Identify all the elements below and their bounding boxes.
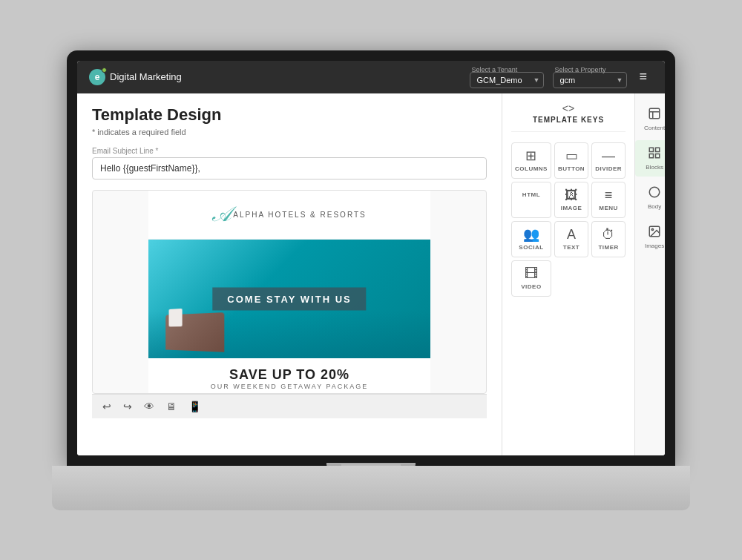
block-label-timer: TIMER bbox=[598, 244, 618, 251]
block-label-text: TEXT bbox=[563, 244, 580, 251]
come-stay-banner: COME STAY WITH US bbox=[212, 287, 366, 310]
side-icon-sym-blocks bbox=[648, 146, 661, 162]
pool-image: COME STAY WITH US bbox=[148, 240, 430, 358]
tenant-label: Select a Tenant bbox=[471, 66, 517, 73]
block-icon-text: A bbox=[567, 228, 576, 241]
save-subtext: OUR WEEKEND GETAWAY PACKAGE bbox=[154, 383, 424, 390]
tenant-select-wrapper[interactable]: Select a Tenant GCM_Demo ▼ bbox=[470, 72, 544, 88]
header-selects: Select a Tenant GCM_Demo ▼ Select a Prop… bbox=[470, 66, 627, 88]
right-panel: <> TEMPLATE KEYS ⊞COLUMNS▭BUTTON—DIVIDER… bbox=[502, 93, 665, 455]
block-label-social: SOCIAL bbox=[519, 244, 543, 251]
block-item-menu[interactable]: ≡MENU bbox=[591, 182, 626, 218]
email-subject-input[interactable] bbox=[92, 157, 487, 179]
svg-rect-3 bbox=[649, 148, 653, 151]
hotel-logo-text: 𝒜 ALPHA HOTELS & RESORTS bbox=[160, 202, 418, 227]
app-name: Digital Marketing bbox=[110, 71, 182, 82]
block-icon-video: 🎞 bbox=[525, 267, 538, 280]
block-icon-divider: — bbox=[602, 149, 615, 162]
block-item-divider[interactable]: —DIVIDER bbox=[591, 142, 626, 179]
side-icon-sym-content bbox=[648, 107, 661, 123]
desktop-view-button[interactable]: 🖥 bbox=[163, 399, 180, 414]
block-icon-timer: ⏱ bbox=[602, 228, 615, 241]
required-note: * indicates a required field bbox=[92, 128, 487, 136]
laptop-screen: e Digital Marketing Select a Tenant GCM_… bbox=[77, 61, 665, 455]
side-icon-label-body: Body bbox=[648, 203, 661, 210]
side-icon-blocks[interactable]: Blocks bbox=[635, 140, 665, 177]
section-header: <> TEMPLATE KEYS bbox=[511, 102, 626, 132]
block-item-text[interactable]: ATEXT bbox=[554, 221, 588, 257]
block-item-video[interactable]: 🎞VIDEO bbox=[511, 260, 551, 297]
block-label-button: BUTTON bbox=[558, 165, 585, 172]
side-icon-sym-body bbox=[648, 185, 661, 202]
blocks-grid: ⊞COLUMNS▭BUTTON—DIVIDERHTML🖼IMAGE≡MENU👥S… bbox=[511, 142, 626, 297]
svg-rect-0 bbox=[649, 108, 660, 119]
svg-rect-4 bbox=[656, 148, 660, 151]
template-keys-section: <> TEMPLATE KEYS ⊞COLUMNS▭BUTTON—DIVIDER… bbox=[502, 93, 634, 455]
app-logo: e Digital Marketing bbox=[89, 69, 182, 85]
mobile-view-button[interactable]: 📱 bbox=[186, 399, 204, 414]
block-item-html[interactable]: HTML bbox=[511, 182, 551, 218]
app-header: e Digital Marketing Select a Tenant GCM_… bbox=[77, 61, 665, 93]
block-label-image: IMAGE bbox=[561, 205, 582, 211]
side-icon-content[interactable]: Content bbox=[635, 101, 665, 137]
save-text-area: SAVE UP TO 20% OUR WEEKEND GETAWAY PACKA… bbox=[148, 358, 430, 393]
property-select-group: Select a Property gcm ▼ bbox=[553, 66, 627, 88]
side-icon-images[interactable]: Images bbox=[635, 219, 665, 255]
laptop-wrapper: e Digital Marketing Select a Tenant GCM_… bbox=[52, 50, 690, 510]
email-subject-field: Email Subject Line * bbox=[92, 147, 487, 179]
pool-chair-decoration bbox=[165, 312, 224, 352]
side-icon-label-images: Images bbox=[645, 243, 664, 249]
hotel-logo-area: 𝒜 ALPHA HOTELS & RESORTS bbox=[148, 191, 430, 240]
redo-button[interactable]: ↪ bbox=[120, 399, 135, 414]
hotel-name: ALPHA HOTELS & RESORTS bbox=[233, 211, 366, 219]
block-label-html: HTML bbox=[522, 191, 540, 198]
preview-toolbar: ↩ ↪ 👁 🖥 📱 bbox=[92, 394, 487, 418]
email-subject-label: Email Subject Line * bbox=[92, 147, 487, 155]
logo-dot bbox=[102, 67, 107, 73]
block-icon-image: 🖼 bbox=[565, 188, 578, 202]
block-label-menu: MENU bbox=[599, 205, 618, 211]
side-icon-label-blocks: Blocks bbox=[646, 164, 663, 171]
block-item-button[interactable]: ▭BUTTON bbox=[554, 142, 588, 179]
block-icon-social: 👥 bbox=[523, 228, 539, 241]
block-label-video: VIDEO bbox=[521, 283, 541, 290]
side-icon-label-content: Content bbox=[644, 125, 665, 131]
block-label-columns: COLUMNS bbox=[515, 165, 548, 172]
block-item-image[interactable]: 🖼IMAGE bbox=[554, 182, 588, 218]
svg-point-7 bbox=[649, 187, 660, 197]
block-icon-columns: ⊞ bbox=[525, 149, 536, 162]
svg-rect-5 bbox=[649, 154, 653, 157]
undo-button[interactable]: ↩ bbox=[99, 399, 114, 414]
app-content: Template Design * indicates a required f… bbox=[77, 93, 665, 455]
laptop-bezel: e Digital Marketing Select a Tenant GCM_… bbox=[67, 50, 675, 466]
block-item-social[interactable]: 👥SOCIAL bbox=[511, 221, 551, 257]
svg-rect-6 bbox=[656, 154, 660, 157]
code-icon: <> bbox=[511, 102, 626, 114]
block-icon-menu: ≡ bbox=[605, 188, 613, 202]
side-icon-body[interactable]: Body bbox=[635, 179, 665, 216]
block-label-divider: DIVIDER bbox=[595, 165, 622, 172]
property-label: Select a Property bbox=[554, 66, 605, 73]
laptop-base bbox=[52, 466, 690, 510]
email-preview: 𝒜 ALPHA HOTELS & RESORTS COME STAY WITH … bbox=[92, 190, 487, 394]
block-item-timer[interactable]: ⏱TIMER bbox=[591, 221, 626, 257]
property-select[interactable]: gcm bbox=[553, 72, 627, 88]
side-icon-sym-images bbox=[648, 225, 661, 241]
side-icons-panel: ContentBlocksBodyImages bbox=[634, 93, 665, 455]
tenant-select-group: Select a Tenant GCM_Demo ▼ bbox=[470, 66, 544, 88]
block-icon-button: ▭ bbox=[565, 149, 578, 162]
hotel-name-group: ALPHA HOTELS & RESORTS bbox=[233, 211, 366, 219]
block-item-columns[interactable]: ⊞COLUMNS bbox=[511, 142, 551, 179]
preview-button[interactable]: 👁 bbox=[141, 399, 157, 414]
save-headline: SAVE UP TO 20% bbox=[154, 367, 424, 383]
main-area: Template Design * indicates a required f… bbox=[77, 93, 502, 455]
preview-inner: 𝒜 ALPHA HOTELS & RESORTS COME STAY WITH … bbox=[148, 191, 430, 393]
property-select-wrapper[interactable]: Select a Property gcm ▼ bbox=[553, 72, 627, 88]
tenant-select[interactable]: GCM_Demo bbox=[470, 72, 544, 88]
header-menu-button[interactable]: ≡ bbox=[633, 66, 653, 88]
section-title: TEMPLATE KEYS bbox=[511, 116, 626, 124]
hotel-logo-letter: 𝒜 bbox=[212, 202, 230, 227]
page-title: Template Design bbox=[92, 105, 487, 125]
logo-icon: e bbox=[89, 69, 105, 85]
svg-point-9 bbox=[651, 228, 653, 230]
